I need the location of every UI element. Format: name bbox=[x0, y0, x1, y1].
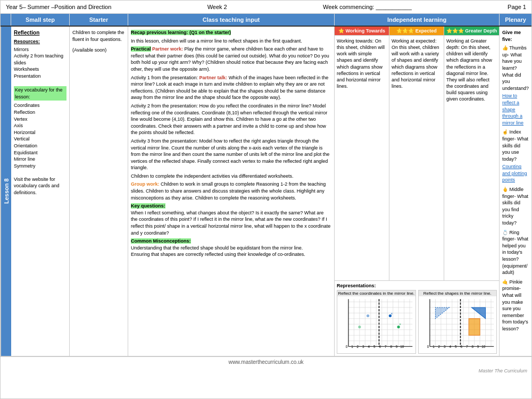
indep-sub-headers: ⭐ Working Towards ⭐⭐⭐ Expected ⭐⭐⭐ Great… bbox=[335, 27, 499, 36]
wt-stars: ⭐ bbox=[338, 28, 344, 34]
col-header-independent: Independent learning bbox=[335, 14, 500, 26]
svg-text:×: × bbox=[399, 323, 401, 327]
watermark: Master The Curriculum bbox=[1, 367, 531, 375]
activity3-label: Activity 3 from the presentation: bbox=[131, 138, 198, 144]
svg-text:3: 3 bbox=[362, 345, 364, 349]
svg-text:5: 5 bbox=[455, 345, 457, 349]
svg-text:7: 7 bbox=[466, 345, 468, 349]
misconceptions-section: Common Misconceptions: Understanding tha… bbox=[131, 238, 331, 258]
starter-cell: Children to complete the fluent in four … bbox=[70, 27, 128, 356]
plenary-pinkie: 🤙 Pinkie promise- What will you make sur… bbox=[502, 279, 529, 332]
key-questions-label: Key questions: bbox=[131, 203, 165, 209]
svg-text:10: 10 bbox=[481, 345, 485, 349]
svg-text:8: 8 bbox=[471, 345, 473, 349]
starter-text: Children to complete the fluent in four … bbox=[72, 29, 125, 43]
header-title: Year 5– Summer –Position and Direction bbox=[6, 4, 111, 10]
svg-point-28 bbox=[358, 326, 361, 328]
ex-stars: ⭐⭐⭐ bbox=[396, 28, 414, 34]
indep-cols: Working towards: On this sheet, children… bbox=[335, 36, 499, 281]
plenary-link[interactable]: How to reflect a shape through a mirror … bbox=[502, 93, 529, 126]
top-header: Year 5– Summer –Position and Direction W… bbox=[1, 1, 531, 14]
resource-mirrors: Mirrors bbox=[14, 46, 66, 53]
charts-grid: Reflect the coordinates in the mirror li… bbox=[337, 290, 497, 354]
svg-text:5: 5 bbox=[373, 345, 376, 349]
independent-cell: ⭐ Working Towards ⭐⭐⭐ Expected ⭐⭐⭐ Great… bbox=[335, 27, 500, 356]
key-questions-text: When I reflect something, what changes a… bbox=[131, 210, 331, 236]
svg-text:4: 4 bbox=[449, 345, 451, 349]
chart2: Reflect the shapes in the mirror line. bbox=[418, 290, 497, 354]
vocab-list: Coordinates Reflection Vertex Axis Horiz… bbox=[14, 102, 66, 169]
footer: www.masterthecurriculum.co.uk bbox=[1, 356, 531, 367]
index-icon: ☝ bbox=[502, 129, 508, 135]
ex-header: ⭐⭐⭐ Expected bbox=[389, 27, 444, 35]
small-step-cell: Reflection Resources: Mirrors Activity 2… bbox=[11, 27, 70, 356]
wt-content: Working towards: On this sheet, children… bbox=[335, 36, 389, 280]
chart2-label: Reflect the shapes in the mirror line. bbox=[419, 290, 497, 296]
plenary-cell: Give me five: 👍 Thumbs up- What have you… bbox=[500, 27, 531, 356]
practical-label: Practical bbox=[131, 46, 151, 52]
svg-text:6: 6 bbox=[379, 345, 381, 349]
activity3-section: Activity 3 from the presentation: Model … bbox=[131, 138, 331, 171]
gd-header: ⭐⭐⭐ Greater Depth bbox=[444, 27, 499, 35]
activity1-label: Activity 1 from the presentation: bbox=[131, 75, 198, 80]
svg-marker-63 bbox=[469, 319, 480, 335]
class-teaching-cell: Recap previous learning: (Q1 on the star… bbox=[128, 27, 335, 356]
plenary-thumb: 👍 Thumbs up- What have you learnt? What … bbox=[502, 45, 529, 126]
svg-text:6: 6 bbox=[460, 345, 462, 349]
index-link[interactable]: Counting and plotting points bbox=[502, 163, 529, 184]
misconceptions-text: Understanding that the reflected shape s… bbox=[131, 245, 331, 258]
representations-section: Representations: Reflect the coordinates… bbox=[335, 281, 499, 356]
gd-stars: ⭐⭐⭐ bbox=[446, 28, 464, 34]
key-questions-section: Key questions: When I reflect something,… bbox=[131, 203, 331, 236]
activity1-partner-label: Partner talk: bbox=[200, 75, 228, 80]
col-header-class-teaching: Class teaching input bbox=[128, 14, 335, 26]
chart1: Reflect the coordinates in the mirror li… bbox=[337, 290, 416, 354]
wt-header: ⭐ Working Towards bbox=[335, 27, 389, 35]
recap-highlight: Recap previous learning: (Q1 on the star… bbox=[131, 29, 331, 36]
col-header-plenary: Plenary bbox=[500, 14, 531, 26]
svg-text:4: 4 bbox=[368, 345, 370, 349]
activity2-section: Activity 2 from the presentation: How do… bbox=[131, 103, 331, 136]
footer-website: www.masterthecurriculum.co.uk bbox=[228, 359, 303, 365]
group-text: Children to work in small groups to comp… bbox=[131, 181, 326, 200]
misconceptions-label: Common Misconceptions: bbox=[131, 238, 191, 244]
svg-text:8: 8 bbox=[390, 345, 392, 349]
gd-content: Working at Greater depth: On this sheet,… bbox=[444, 36, 499, 280]
starter-available: (Available soon) bbox=[72, 47, 125, 54]
ring-icon: 💍 bbox=[502, 230, 508, 235]
resource-worksheets: Worksheets bbox=[14, 66, 66, 73]
svg-text:2: 2 bbox=[438, 345, 440, 349]
svg-text:7: 7 bbox=[385, 345, 387, 349]
partner-label: Partner work: bbox=[152, 46, 183, 52]
plenary-intro: Give me five: bbox=[502, 29, 529, 43]
page-wrapper: Year 5– Summer –Position and Direction W… bbox=[0, 0, 532, 399]
activity3-end: Children to complete the independent act… bbox=[131, 173, 331, 180]
page-number: Page 1 bbox=[508, 4, 526, 10]
vocab-highlight-label: Key vocabulary for the lesson: bbox=[14, 86, 66, 101]
chart1-label: Reflect the coordinates in the mirror li… bbox=[337, 290, 415, 296]
activity2-label: Activity 2 from the presentation: bbox=[131, 103, 198, 109]
svg-text:0: 0 bbox=[427, 345, 429, 349]
svg-text:3: 3 bbox=[444, 345, 446, 349]
chart1-svg: × × 0 1 2 3 4 5 bbox=[337, 296, 415, 352]
week-commencing: Week commencing: ___________ bbox=[323, 4, 412, 10]
thumb-icon: 👍 bbox=[502, 45, 508, 51]
resource-presentation: Presentation bbox=[14, 73, 66, 80]
lesson-sidebar: Lesson 8 bbox=[1, 27, 11, 356]
pinkie-icon: 🤙 bbox=[502, 279, 508, 285]
svg-text:9: 9 bbox=[477, 345, 479, 349]
activity1-section: Activity 1 from the presentation: Partne… bbox=[131, 74, 331, 101]
svg-point-27 bbox=[367, 314, 369, 317]
svg-text:2: 2 bbox=[357, 345, 359, 349]
svg-text:1: 1 bbox=[433, 345, 435, 349]
svg-text:9: 9 bbox=[396, 345, 398, 349]
practical-section: Practical Partner work: Play the mirror … bbox=[131, 46, 331, 72]
intro-text: In this lesson, children will use a mirr… bbox=[131, 38, 331, 45]
empty-header bbox=[1, 14, 11, 26]
plenary-ring: 💍 Ring finger- What helped you in today'… bbox=[502, 229, 529, 276]
group-label: Group work: bbox=[131, 181, 160, 187]
plenary-middle: 🖕 Middle finger- What skills did you fin… bbox=[502, 186, 529, 227]
svg-text:0: 0 bbox=[346, 345, 348, 349]
column-headers: Small step Starter Class teaching input … bbox=[1, 14, 531, 27]
small-step-title: Reflection bbox=[14, 29, 66, 37]
